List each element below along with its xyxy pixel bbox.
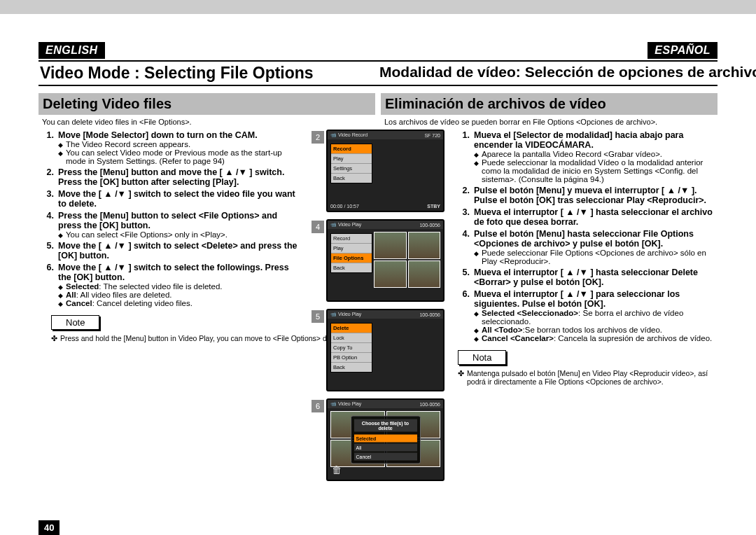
note-label-en: Note bbox=[51, 315, 99, 330]
es-step6-b1: Selected <Seleccionado>: Se borra el arc… bbox=[474, 309, 718, 326]
en-step1-b1: The Video Record screen appears. bbox=[58, 140, 302, 148]
en-step3: Move the [ ▲ /▼ ] switch to select the v… bbox=[58, 189, 302, 209]
subheading-en: Deleting Video files bbox=[38, 93, 375, 115]
screen-num-6: 6 bbox=[312, 400, 324, 412]
es-step6-b3: Cancel <Cancelar>: Cancela la supresión … bbox=[474, 334, 718, 342]
en-step6-b3: Cancel: Cancel deleting video files. bbox=[58, 299, 302, 307]
intro-es: Los archivos de vídeo se pueden borrar e… bbox=[384, 118, 718, 126]
en-step6-b1: Selected: The selected video file is del… bbox=[58, 282, 302, 291]
es-step1-b1: Aparece la pantalla Video Record <Grabar… bbox=[474, 150, 718, 158]
page-number: 40 bbox=[38, 520, 59, 535]
en-step6: Move the [ ▲ /▼ ] switch to select the f… bbox=[58, 263, 302, 282]
screen-4: 📹 Video Play100-0056 Record Play File Op… bbox=[326, 219, 444, 302]
es-step6: Mueva el interruptor [ ▲ /▼ ] para selec… bbox=[474, 289, 718, 309]
es-step3: Mueva el interruptor [ ▲ /▼ ] hasta sele… bbox=[474, 207, 718, 227]
es-step4-b1: Puede seleccionar File Options <Opciones… bbox=[474, 249, 718, 265]
subheading-es: Eliminación de archivos de vídeo bbox=[381, 93, 718, 115]
es-step1-b2: Puede seleccionar la modalidad Vídeo o l… bbox=[474, 158, 718, 183]
es-step5: Mueva el interruptor [ ▲ /▼ ] hasta sele… bbox=[474, 268, 718, 287]
note-text-es: Mantenga pulsado el botón [Menu] en Vide… bbox=[458, 369, 718, 386]
screen-2: 📹 Video RecordSF 720 Record Play Setting… bbox=[326, 130, 444, 212]
screen-6: 📹 Video Play100-0056 Choose the file(s) … bbox=[326, 398, 444, 481]
screen-num-2: 2 bbox=[312, 131, 324, 144]
trash-icon: 🗑 bbox=[332, 464, 342, 475]
es-step1: Mueva el [Selector de modalidad] hacia a… bbox=[474, 130, 718, 150]
en-step4-b1: You can select <File Options> only in <P… bbox=[58, 230, 302, 239]
lang-spanish: ESPAÑOL bbox=[648, 42, 718, 59]
en-step5: Move the [ ▲ /▼ ] switch to select <Dele… bbox=[58, 241, 302, 260]
en-step1: Move [Mode Selector] down to turn on the… bbox=[58, 130, 302, 140]
en-step2b: Press the [OK] button after selecting [P… bbox=[58, 177, 302, 187]
intro-en: You can delete video files in <File Opti… bbox=[42, 118, 375, 126]
es-step4: Pulse el botón [Menu] hasta seleccionar … bbox=[474, 229, 718, 249]
screen-num-5: 5 bbox=[312, 310, 324, 323]
en-step2a: Press the [Menu] button and move the [ ▲… bbox=[58, 167, 302, 177]
note-label-es: Nota bbox=[458, 350, 506, 365]
es-step2: Pulse el botón [Menu] y mueva el interru… bbox=[474, 186, 718, 205]
title-en: Video Mode : Selecting File Options bbox=[38, 62, 378, 85]
en-step1-b2: You can select Video mode or Previous mo… bbox=[58, 148, 302, 165]
screen-5: 📹 Video Play100-0056 Delete Lock Copy To… bbox=[326, 309, 444, 391]
title-es: Modalidad de vídeo: Selección de opcione… bbox=[378, 62, 718, 85]
en-step6-b2: All: All video files are deleted. bbox=[58, 291, 302, 299]
screen-num-4: 4 bbox=[312, 221, 324, 233]
es-step6-b2: All <Todo>:Se borran todos los archivos … bbox=[474, 326, 718, 334]
en-step4: Press the [Menu] button to select <File … bbox=[58, 211, 302, 230]
device-screens: 2 📹 Video RecordSF 720 Record Play Setti… bbox=[312, 130, 444, 481]
lang-english: ENGLISH bbox=[38, 42, 105, 59]
